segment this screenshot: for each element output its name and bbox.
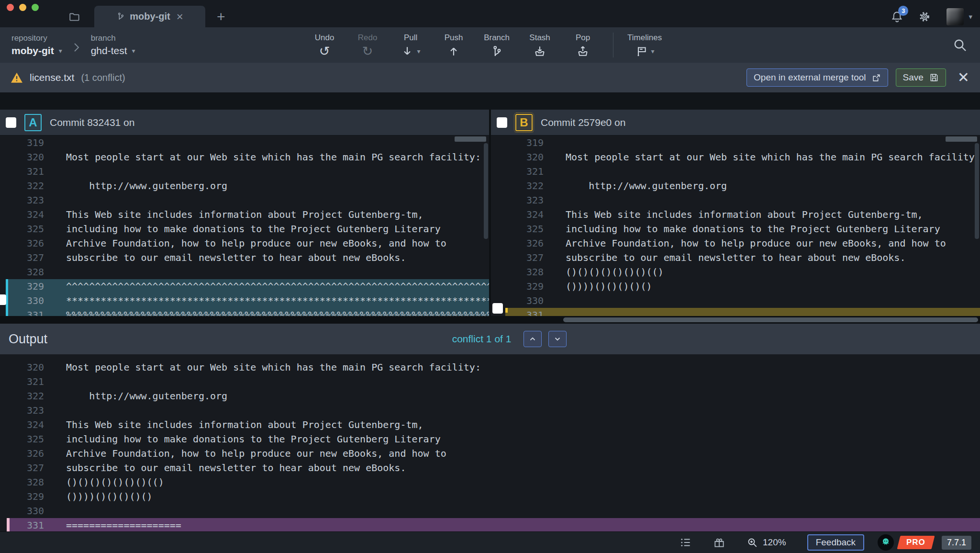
- code-line-324: 324This Web site includes information ab…: [0, 207, 489, 222]
- repository-label: repository: [11, 34, 62, 43]
- tab-close-icon[interactable]: ×: [177, 11, 183, 23]
- line-text: Archive Foundation, how to help produce …: [566, 237, 946, 249]
- pane-b-checkbox[interactable]: [497, 117, 507, 128]
- pull-options-chevron-icon[interactable]: ▾: [417, 47, 421, 55]
- external-link-icon: [872, 73, 881, 82]
- settings-gear-icon[interactable]: [918, 10, 931, 23]
- chevron-down-icon: ▾: [59, 47, 62, 55]
- horizontal-scrollbar-thumb[interactable]: [946, 136, 977, 142]
- pane-a-badge: A: [24, 114, 42, 131]
- pull-button[interactable]: Pull ▾: [394, 33, 427, 57]
- line-number: 330: [519, 293, 544, 308]
- notification-badge: 3: [898, 6, 908, 16]
- redo-button[interactable]: Redo ↻: [351, 33, 384, 57]
- close-merge-view-icon[interactable]: ✕: [958, 70, 969, 85]
- repo-tab[interactable]: moby-git ×: [94, 6, 205, 27]
- toolbar-divider: [613, 33, 613, 57]
- line-number: 322: [19, 389, 44, 403]
- line-text: Archive Foundation, how to help produce …: [66, 237, 446, 249]
- output-code: 320Most people start at our Web site whi…: [0, 354, 980, 531]
- window-close-button[interactable]: [7, 4, 14, 11]
- repo-management-icon[interactable]: [68, 11, 81, 23]
- gift-icon[interactable]: [713, 536, 725, 549]
- code-line-326: 326Archive Foundation, how to help produ…: [0, 236, 489, 250]
- branch-button[interactable]: Branch: [480, 33, 513, 57]
- pop-button[interactable]: Pop: [567, 33, 599, 57]
- code-line-328: 328()()()()()()()((): [0, 475, 980, 489]
- undo-button[interactable]: Undo ↺: [308, 33, 341, 57]
- code-line-325: 325including how to make donations to th…: [491, 222, 980, 236]
- line-text: This Web site includes information about…: [566, 209, 923, 220]
- changelog-list-icon[interactable]: [679, 536, 692, 549]
- push-button[interactable]: Push: [437, 33, 470, 57]
- code-line-327: 327subscribe to our email newsletter to …: [491, 250, 980, 265]
- line-number: 326: [19, 236, 44, 250]
- code-line-331[interactable]: 331%%%%%%%%%%%%%%%%%%%%%%%%%%%%%%%%%%%%%…: [6, 308, 489, 316]
- zoom-control[interactable]: 120%: [746, 537, 786, 548]
- line-text: ())))()()()()(): [566, 281, 652, 292]
- repository-value: moby-git: [11, 45, 54, 56]
- line-text: ****************************************…: [66, 295, 489, 306]
- timelines-button[interactable]: Timelines ▾: [627, 33, 662, 57]
- search-icon[interactable]: [952, 37, 968, 53]
- line-text: Most people start at our Web site which …: [66, 151, 481, 163]
- line-text: http://www.gutenberg.org: [66, 180, 227, 192]
- timelines-flag-icon: [635, 45, 647, 57]
- line-number: 329: [19, 489, 44, 504]
- horizontal-scrollbar-thumb[interactable]: [563, 317, 978, 322]
- line-number: 331: [19, 518, 44, 531]
- line-number: 324: [19, 207, 44, 222]
- code-line-321: 321: [491, 164, 980, 179]
- gitkraken-logo-icon[interactable]: [878, 534, 894, 551]
- undo-icon: ↺: [319, 45, 330, 57]
- repository-selector[interactable]: repository moby-git▾: [11, 34, 62, 56]
- toolbar: repository moby-git▾ branch ghd-test▾ Un…: [0, 27, 980, 63]
- line-text: including how to make donations to the P…: [66, 223, 441, 235]
- open-external-merge-tool-button[interactable]: Open in external merge tool: [746, 68, 888, 87]
- pane-b-conflict-checkbox[interactable]: [492, 303, 503, 314]
- code-line-329[interactable]: 329^^^^^^^^^^^^^^^^^^^^^^^^^^^^^^^^^^^^^…: [6, 279, 489, 293]
- line-number: 328: [19, 475, 44, 489]
- notifications-bell-icon[interactable]: 3: [891, 10, 903, 23]
- profile-chevron-down-icon[interactable]: ▾: [969, 12, 972, 21]
- next-conflict-button[interactable]: [548, 331, 567, 347]
- pane-a-checkbox[interactable]: [6, 117, 16, 128]
- line-text: including how to make donations to the P…: [66, 433, 441, 445]
- feedback-button[interactable]: Feedback: [807, 534, 864, 551]
- code-line-321: 321: [0, 164, 489, 179]
- code-line-322: 322 http://www.gutenberg.org: [0, 389, 980, 403]
- window-maximize-button[interactable]: [32, 4, 39, 11]
- pop-icon: [577, 45, 589, 57]
- pane-a-conflict-checkbox[interactable]: [0, 294, 6, 305]
- horizontal-scrollbar-track[interactable]: [0, 316, 980, 324]
- code-line-325: 325including how to make donations to th…: [0, 432, 980, 446]
- chevron-down-icon: ▾: [132, 47, 135, 55]
- zoom-level: 120%: [763, 537, 786, 548]
- tab-branch-icon: [116, 12, 125, 21]
- code-line-330[interactable]: 330*************************************…: [6, 293, 489, 308]
- code-line-331[interactable]: 331====================: [7, 518, 980, 531]
- code-line-324: 324This Web site includes information ab…: [0, 418, 980, 432]
- pane-b-badge: B: [515, 114, 533, 131]
- save-button[interactable]: Save: [896, 68, 946, 87]
- line-text: ()()()()()()()((): [566, 266, 664, 278]
- horizontal-scrollbar-thumb[interactable]: [455, 136, 486, 142]
- line-number: 331: [519, 308, 544, 316]
- new-tab-button[interactable]: +: [217, 10, 225, 24]
- timelines-chevron-icon[interactable]: ▾: [651, 47, 655, 55]
- vertical-scrollbar-thumb[interactable]: [484, 143, 488, 239]
- vertical-scrollbar-thumb[interactable]: [975, 143, 979, 239]
- previous-conflict-button[interactable]: [523, 331, 542, 347]
- stash-button[interactable]: Stash: [523, 33, 556, 57]
- user-avatar[interactable]: [947, 8, 964, 25]
- code-line-323: 323: [491, 193, 980, 207]
- window-minimize-button[interactable]: [19, 4, 26, 11]
- code-line-328: 328()()()()()()()((): [491, 265, 980, 279]
- code-line-329: 329())))()()()()(): [491, 279, 980, 293]
- push-label: Push: [445, 33, 463, 43]
- code-line-331[interactable]: 331: [505, 308, 980, 316]
- code-line-328: 328: [0, 265, 489, 279]
- pane-a-header: A Commit 832431 on: [0, 110, 489, 135]
- line-text: subscribe to our email newsletter to hea…: [66, 462, 406, 474]
- branch-selector[interactable]: branch ghd-test▾: [91, 34, 135, 56]
